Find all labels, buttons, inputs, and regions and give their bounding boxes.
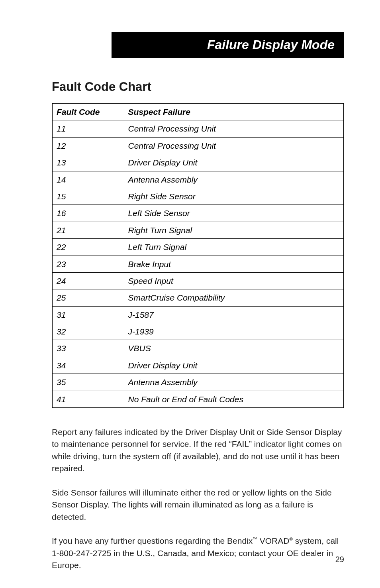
paragraph-1: Report any failures indicated by the Dri…: [52, 426, 344, 475]
cell-code: 33: [52, 340, 124, 357]
table-row: 35Antenna Assembly: [52, 374, 344, 391]
cell-failure: Antenna Assembly: [124, 171, 344, 188]
cell-code: 14: [52, 171, 124, 188]
cell-code: 16: [52, 205, 124, 222]
cell-failure: Driver Display Unit: [124, 154, 344, 171]
table-row: 16Left Side Sensor: [52, 205, 344, 222]
table-row: 24Speed Input: [52, 272, 344, 289]
section-title: Fault Code Chart: [52, 80, 344, 94]
cell-code: 31: [52, 306, 124, 323]
cell-code: 21: [52, 222, 124, 238]
cell-failure: Left Turn Signal: [124, 239, 344, 256]
table-row: 32J-1939: [52, 323, 344, 340]
table-row: 13Driver Display Unit: [52, 154, 344, 171]
table-header-row: Fault Code Suspect Failure: [52, 103, 344, 120]
cell-code: 11: [52, 120, 124, 137]
table-row: 25SmartCruise Compatibility: [52, 289, 344, 306]
cell-code: 12: [52, 137, 124, 154]
cell-failure: Central Processing Unit: [124, 120, 344, 137]
cell-failure: Right Turn Signal: [124, 222, 344, 238]
cell-code: 15: [52, 188, 124, 205]
page-content: Failure Display Mode Fault Code Chart Fa…: [0, 0, 380, 588]
cell-code: 25: [52, 289, 124, 306]
table-row: 11Central Processing Unit: [52, 120, 344, 137]
table-row: 15Right Side Sensor: [52, 188, 344, 205]
cell-code: 13: [52, 154, 124, 171]
header-bar: Failure Display Mode: [112, 32, 344, 58]
cell-code: 32: [52, 323, 124, 340]
cell-failure: J-1939: [124, 323, 344, 340]
table-row: 22Left Turn Signal: [52, 239, 344, 256]
trademark-symbol: ™: [253, 537, 257, 541]
table-row: 23Brake Input: [52, 256, 344, 272]
table-row: 34Driver Display Unit: [52, 357, 344, 374]
paragraph-3: If you have any further questions regard…: [52, 535, 344, 571]
table-row: 14Antenna Assembly: [52, 171, 344, 188]
body-text: Report any failures indicated by the Dri…: [52, 426, 344, 571]
cell-failure: Brake Input: [124, 256, 344, 272]
cell-code: 34: [52, 357, 124, 374]
registered-symbol: ®: [289, 537, 293, 541]
fault-code-table: Fault Code Suspect Failure 11Central Pro…: [52, 103, 344, 408]
paragraph-2: Side Sensor failures will illuminate eit…: [52, 487, 344, 523]
cell-code: 23: [52, 256, 124, 272]
table-row: 31J-1587: [52, 306, 344, 323]
table-row: 21Right Turn Signal: [52, 222, 344, 238]
cell-failure: Left Side Sensor: [124, 205, 344, 222]
col-header-fault-code: Fault Code: [52, 103, 124, 120]
header-title: Failure Display Mode: [207, 37, 335, 52]
cell-code: 41: [52, 391, 124, 408]
cell-code: 22: [52, 239, 124, 256]
cell-failure: Driver Display Unit: [124, 357, 344, 374]
cell-failure: No Fault or End of Fault Codes: [124, 391, 344, 408]
cell-failure: Right Side Sensor: [124, 188, 344, 205]
page-number: 29: [335, 555, 344, 564]
cell-failure: VBUS: [124, 340, 344, 357]
cell-code: 24: [52, 272, 124, 289]
cell-failure: J-1587: [124, 306, 344, 323]
cell-code: 35: [52, 374, 124, 391]
cell-failure: Central Processing Unit: [124, 137, 344, 154]
cell-failure: SmartCruise Compatibility: [124, 289, 344, 306]
table-row: 12Central Processing Unit: [52, 137, 344, 154]
cell-failure: Antenna Assembly: [124, 374, 344, 391]
table-row: 41No Fault or End of Fault Codes: [52, 391, 344, 408]
col-header-suspect-failure: Suspect Failure: [124, 103, 344, 120]
table-row: 33VBUS: [52, 340, 344, 357]
cell-failure: Speed Input: [124, 272, 344, 289]
